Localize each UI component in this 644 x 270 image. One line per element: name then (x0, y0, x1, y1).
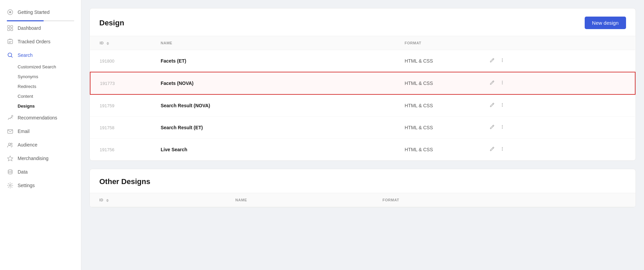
design-table: ID NAME FORMAT 191800 Facets (ET) HTML &… (90, 36, 636, 160)
svg-point-25 (502, 127, 503, 128)
table-row: 191759 Search Result (NOVA) HTML & CSS (90, 94, 635, 117)
sidebar-sub-item-redirects[interactable]: Redirects (0, 82, 81, 91)
audience-icon (7, 141, 14, 148)
new-design-button[interactable]: New design (585, 17, 626, 29)
other-designs-card-title: Other Designs (99, 177, 150, 186)
sidebar-item-merchandising[interactable]: Merchandising (0, 152, 81, 165)
svg-point-27 (502, 147, 503, 148)
sidebar-item-recommendations[interactable]: Recommendations (0, 111, 81, 125)
actions-column-header (544, 193, 636, 207)
sidebar-item-label: Dashboard (18, 25, 41, 31)
edit-icon[interactable] (488, 101, 496, 110)
data-icon (7, 168, 14, 175)
sidebar-sub-item-label: Redirects (18, 84, 36, 89)
sidebar-item-label: Tracked Orders (18, 39, 51, 44)
more-options-icon[interactable] (498, 101, 506, 110)
svg-marker-12 (7, 156, 13, 161)
sidebar-item-email[interactable]: Email (0, 125, 81, 138)
svg-point-22 (502, 105, 503, 106)
email-icon (7, 128, 14, 135)
sidebar-sub-item-content[interactable]: Content (0, 91, 81, 101)
edit-icon[interactable] (488, 123, 496, 132)
id-sort-icon[interactable] (106, 42, 109, 45)
edit-icon[interactable] (488, 145, 496, 154)
format-cell: HTML & CSS (395, 72, 470, 94)
actions-cell (470, 117, 635, 139)
svg-point-18 (502, 81, 503, 82)
svg-point-15 (502, 59, 503, 60)
actions-cell (470, 139, 635, 161)
svg-point-13 (8, 170, 12, 172)
other-designs-card-header: Other Designs (90, 169, 636, 193)
sidebar-item-audience[interactable]: Audience (0, 138, 81, 152)
design-table-header-row: ID NAME FORMAT (90, 36, 635, 50)
more-options-icon[interactable] (498, 123, 506, 132)
design-card-title: Design (99, 19, 124, 27)
more-options-icon[interactable] (498, 56, 506, 66)
more-options-icon[interactable] (498, 145, 506, 154)
svg-point-17 (502, 61, 503, 62)
id-column-header: ID (90, 36, 151, 50)
sidebar-item-settings[interactable]: Settings (0, 179, 81, 192)
name-column-header: NAME (151, 36, 395, 50)
sidebar-item-label: Recommendations (18, 115, 57, 120)
format-cell: HTML & CSS (395, 94, 470, 117)
actions-cell (470, 50, 635, 72)
other-designs-table-header-row: ID NAME FORMAT (90, 193, 636, 207)
sidebar-sub-item-synonyms[interactable]: Synonyms (0, 72, 81, 82)
sidebar-sub-item-designs[interactable]: Designs (0, 101, 81, 111)
sidebar-item-tracked-orders[interactable]: Tracked Orders (0, 35, 81, 48)
format-cell: HTML & CSS (395, 139, 470, 161)
sidebar-sub-item-label: Synonyms (18, 74, 38, 79)
progress-bar-container (0, 19, 81, 21)
recommendations-icon (7, 114, 14, 121)
svg-point-28 (502, 149, 503, 150)
name-column-header: NAME (226, 193, 373, 207)
format-column-header: FORMAT (395, 36, 470, 50)
format-cell: HTML & CSS (395, 50, 470, 72)
more-options-icon[interactable] (498, 78, 506, 88)
table-row: 191758 Search Result (ET) HTML & CSS (90, 117, 635, 139)
tracked-orders-icon (7, 38, 14, 45)
settings-icon (7, 182, 14, 189)
svg-point-7 (8, 53, 12, 57)
merchandising-icon (7, 155, 14, 162)
svg-point-16 (502, 60, 503, 61)
svg-point-1 (9, 11, 11, 13)
svg-point-20 (502, 84, 503, 85)
svg-point-11 (11, 143, 12, 144)
sidebar-item-search[interactable]: Search (0, 48, 81, 62)
name-cell: Search Result (ET) (151, 117, 395, 139)
dashboard-icon (7, 25, 14, 31)
sidebar-item-getting-started[interactable]: Getting Started (0, 5, 81, 19)
sidebar-item-label: Search (18, 52, 33, 58)
name-cell: Search Result (NOVA) (151, 94, 395, 117)
svg-point-26 (502, 128, 503, 129)
sidebar-item-label: Data (18, 169, 28, 175)
table-row: 191756 Live Search HTML & CSS (90, 139, 635, 161)
name-cell: Live Search (151, 139, 395, 161)
edit-icon[interactable] (488, 56, 496, 66)
sidebar-item-label: Audience (18, 142, 37, 148)
other-designs-card: Other Designs ID NAME FORMAT (89, 169, 636, 207)
id-cell: 191758 (90, 117, 151, 139)
id-cell: 191800 (90, 50, 151, 72)
edit-icon[interactable] (488, 78, 496, 88)
sidebar-item-dashboard[interactable]: Dashboard (0, 21, 81, 35)
svg-point-8 (12, 115, 13, 117)
name-cell: Facets (ET) (151, 50, 395, 72)
svg-point-14 (9, 185, 11, 186)
sidebar-item-data[interactable]: Data (0, 165, 81, 179)
circle-dot-icon (7, 9, 14, 16)
id-sort-icon[interactable] (106, 199, 109, 202)
actions-cell (470, 72, 635, 94)
svg-rect-3 (11, 26, 13, 28)
actions-column-header (470, 36, 635, 50)
sidebar-item-label: Merchandising (18, 156, 48, 161)
svg-rect-4 (8, 29, 10, 31)
format-cell: HTML & CSS (395, 117, 470, 139)
id-cell: 191759 (90, 94, 151, 117)
svg-rect-2 (8, 26, 10, 28)
sidebar-sub-item-customized-search[interactable]: Customized Search (0, 62, 81, 72)
sidebar-item-label: Email (18, 129, 29, 134)
